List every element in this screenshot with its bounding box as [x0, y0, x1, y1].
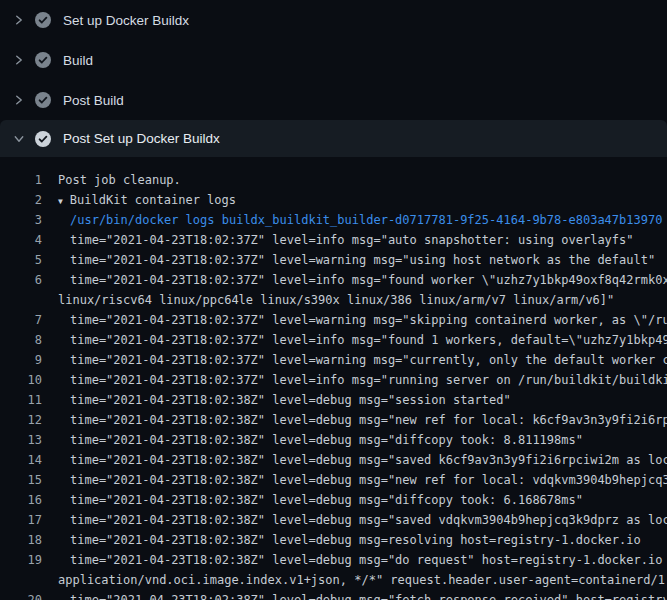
log-line: 7time="2021-04-23T18:02:37Z" level=warni…: [0, 310, 667, 330]
log-line: 10time="2021-04-23T18:02:37Z" level=info…: [0, 370, 667, 390]
log-line: linux/riscv64 linux/ppc64le linux/s390x …: [0, 290, 667, 310]
chevron-down-icon: [13, 133, 25, 145]
log-line-text: time="2021-04-23T18:02:38Z" level=debug …: [42, 593, 667, 600]
log-line-text: time="2021-04-23T18:02:38Z" level=debug …: [42, 473, 667, 487]
log-line: 16time="2021-04-23T18:02:38Z" level=debu…: [0, 490, 667, 510]
log-line: 13time="2021-04-23T18:02:38Z" level=debu…: [0, 430, 667, 450]
log-line: 20time="2021-04-23T18:02:38Z" level=debu…: [0, 590, 667, 600]
chevron-right-icon: [13, 14, 25, 26]
log-line-number: 9: [0, 353, 42, 367]
log-line-number: 14: [0, 453, 42, 467]
log-line-text: time="2021-04-23T18:02:37Z" level=warnin…: [42, 353, 667, 367]
log-line: 17time="2021-04-23T18:02:38Z" level=debu…: [0, 510, 667, 530]
log-line-number: 7: [0, 313, 42, 327]
log-line-text: time="2021-04-23T18:02:38Z" level=debug …: [42, 413, 667, 427]
log-line-number: 16: [0, 493, 42, 507]
chevron-right-icon: [13, 94, 25, 106]
log-line: 4time="2021-04-23T18:02:37Z" level=info …: [0, 230, 667, 250]
step-section-post-set-up-docker-buildx[interactable]: Post Set up Docker Buildx: [0, 120, 667, 157]
log-line: 6time="2021-04-23T18:02:37Z" level=info …: [0, 270, 667, 290]
step-title: Set up Docker Buildx: [63, 13, 189, 28]
log-line: 14time="2021-04-23T18:02:38Z" level=debu…: [0, 450, 667, 470]
log-line-text: Post job cleanup.: [42, 173, 181, 187]
log-line-text: time="2021-04-23T18:02:37Z" level=warnin…: [42, 253, 655, 267]
log-line-number: 4: [0, 233, 42, 247]
log-line-text: time="2021-04-23T18:02:37Z" level=info m…: [42, 273, 667, 287]
log-area: 1Post job cleanup.2▼BuildKit container l…: [0, 157, 667, 600]
log-line: 15time="2021-04-23T18:02:38Z" level=debu…: [0, 470, 667, 490]
log-line-text: time="2021-04-23T18:02:37Z" level=info m…: [42, 333, 667, 347]
log-line-text: time="2021-04-23T18:02:38Z" level=debug …: [42, 453, 667, 467]
log-line-text: time="2021-04-23T18:02:38Z" level=debug …: [42, 433, 583, 447]
steps-list: Set up Docker Buildx Build Post Build: [0, 0, 667, 157]
log-line: 12time="2021-04-23T18:02:38Z" level=debu…: [0, 410, 667, 430]
log-line-text: time="2021-04-23T18:02:37Z" level=info m…: [42, 233, 634, 247]
log-line-number: 18: [0, 533, 42, 547]
check-circle-icon: [35, 131, 51, 147]
log-line: 8time="2021-04-23T18:02:37Z" level=info …: [0, 330, 667, 350]
step-title: Build: [63, 53, 93, 68]
log-line-number: 1: [0, 173, 42, 187]
log-line: 18time="2021-04-23T18:02:38Z" level=debu…: [0, 530, 667, 550]
log-line: 1Post job cleanup.: [0, 170, 667, 190]
log-line-number: 20: [0, 593, 42, 600]
step-title: Post Set up Docker Buildx: [63, 131, 220, 146]
step-section-build[interactable]: Build: [0, 40, 667, 80]
log-line-number: 8: [0, 333, 42, 347]
log-line-text: time="2021-04-23T18:02:38Z" level=debug …: [42, 393, 511, 407]
log-line: 9time="2021-04-23T18:02:37Z" level=warni…: [0, 350, 667, 370]
check-circle-icon: [35, 12, 51, 28]
log-line-text: time="2021-04-23T18:02:37Z" level=warnin…: [42, 313, 667, 327]
log-line-number: 19: [0, 553, 42, 567]
log-line: 19time="2021-04-23T18:02:38Z" level=debu…: [0, 550, 667, 570]
collapse-triangle-icon[interactable]: ▼: [58, 197, 70, 206]
log-line-text: time="2021-04-23T18:02:37Z" level=info m…: [42, 373, 667, 387]
log-line: 11time="2021-04-23T18:02:38Z" level=debu…: [0, 390, 667, 410]
step-section-post-build[interactable]: Post Build: [0, 80, 667, 120]
log-line: application/vnd.oci.image.index.v1+json,…: [0, 570, 667, 590]
log-line-text: time="2021-04-23T18:02:38Z" level=debug …: [42, 513, 667, 527]
log-line-number: 5: [0, 253, 42, 267]
log-line-text: time="2021-04-23T18:02:38Z" level=debug …: [42, 493, 583, 507]
check-circle-icon: [35, 92, 51, 108]
step-title: Post Build: [63, 93, 124, 108]
log-line: 3/usr/bin/docker logs buildx_buildkit_bu…: [0, 210, 667, 230]
step-section-set-up-docker-buildx[interactable]: Set up Docker Buildx: [0, 0, 667, 40]
log-line-text: ▼BuildKit container logs: [42, 193, 236, 207]
check-circle-icon: [35, 52, 51, 68]
log-line-number: 10: [0, 373, 42, 387]
log-group-line[interactable]: 2▼BuildKit container logs: [0, 190, 667, 210]
log-line-number: 6: [0, 273, 42, 287]
log-line: 5time="2021-04-23T18:02:37Z" level=warni…: [0, 250, 667, 270]
log-line-number: 15: [0, 473, 42, 487]
log-line-number: 3: [0, 213, 42, 227]
log-group-label: BuildKit container logs: [70, 193, 236, 207]
log-line-text: time="2021-04-23T18:02:38Z" level=debug …: [42, 533, 641, 547]
log-line-number: 11: [0, 393, 42, 407]
log-line-number: 12: [0, 413, 42, 427]
log-line-text: linux/riscv64 linux/ppc64le linux/s390x …: [42, 293, 614, 307]
log-line-text: time="2021-04-23T18:02:38Z" level=debug …: [42, 553, 667, 567]
log-line-text: /usr/bin/docker logs buildx_buildkit_bui…: [42, 213, 662, 227]
log-line-text: application/vnd.oci.image.index.v1+json,…: [42, 573, 667, 587]
chevron-right-icon: [13, 54, 25, 66]
log-line-number: 17: [0, 513, 42, 527]
log-line-number: 13: [0, 433, 42, 447]
log-line-number: 2: [0, 193, 42, 207]
